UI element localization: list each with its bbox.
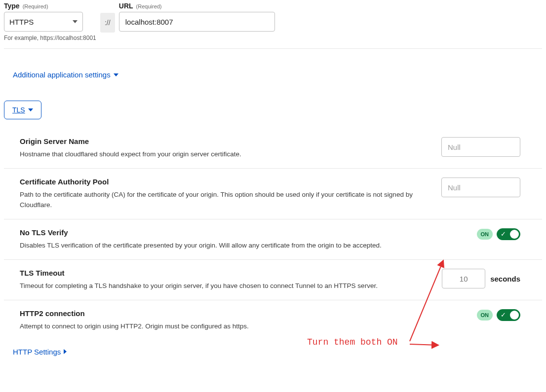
http2-toggle[interactable]: ✓ xyxy=(497,309,520,321)
setting-ca-pool: Certificate Authority Pool Path to the c… xyxy=(4,169,542,219)
setting-http2-connection: HTTP2 connection Attempt to connect to o… xyxy=(4,300,542,340)
toggle-knob xyxy=(510,230,519,239)
caret-down-icon xyxy=(28,108,33,111)
additional-settings-link[interactable]: Additional application settings xyxy=(13,71,118,79)
on-badge: ON xyxy=(477,310,493,321)
tls-dropdown-button[interactable]: TLS xyxy=(4,101,41,119)
timeout-unit: seconds xyxy=(490,275,520,283)
check-icon: ✓ xyxy=(501,231,506,237)
additional-settings-row: Additional application settings xyxy=(4,71,542,79)
additional-settings-label: Additional application settings xyxy=(13,71,111,79)
url-field-group: URL (Required) xyxy=(119,2,275,32)
type-label: Type xyxy=(4,2,20,10)
setting-desc: Disables TLS verification of the certifi… xyxy=(20,241,465,250)
tls-settings-list: Origin Server Name Hostname that cloudfl… xyxy=(4,128,542,341)
toggle-knob xyxy=(510,311,519,320)
ca-pool-input[interactable] xyxy=(441,178,520,197)
tls-label: TLS xyxy=(12,106,25,114)
setting-title: HTTP2 connection xyxy=(20,309,465,318)
type-required: (Required) xyxy=(23,3,48,9)
setting-desc: Path to the certificate authority (CA) f… xyxy=(20,190,429,210)
setting-desc: Timeout for completing a TLS handshake t… xyxy=(20,281,430,291)
no-tls-verify-switch-group: ON ✓ xyxy=(477,228,521,240)
setting-desc: Attempt to connect to origin using HTTP2… xyxy=(20,321,465,331)
caret-right-icon xyxy=(64,349,67,354)
http-settings-row: HTTP Settings xyxy=(4,348,542,356)
url-required: (Required) xyxy=(136,3,162,9)
check-icon: ✓ xyxy=(501,312,506,318)
type-select[interactable]: HTTPS xyxy=(4,12,83,32)
no-tls-verify-toggle[interactable]: ✓ xyxy=(497,228,520,240)
annotation-arrow xyxy=(410,344,438,345)
http-settings-link[interactable]: HTTP Settings xyxy=(13,348,67,356)
setting-title: Origin Server Name xyxy=(20,137,429,145)
http-settings-label: HTTP Settings xyxy=(13,348,61,356)
caret-down-icon xyxy=(114,73,118,76)
protocol-separator: :// xyxy=(100,13,115,33)
type-field-group: Type (Required) HTTPS For example, https… xyxy=(4,2,96,41)
setting-tls-timeout: TLS Timeout Timeout for completing a TLS… xyxy=(4,260,542,300)
tls-timeout-input[interactable] xyxy=(442,269,485,288)
type-select-value: HTTPS xyxy=(9,18,34,26)
example-text: For example, https://localhost:8001 xyxy=(4,35,96,41)
setting-no-tls-verify: No TLS Verify Disables TLS verification … xyxy=(4,219,542,260)
url-input[interactable] xyxy=(119,12,275,32)
divider xyxy=(4,48,542,49)
origin-server-name-input[interactable] xyxy=(441,137,520,157)
caret-down-icon xyxy=(73,20,78,23)
url-label: URL xyxy=(119,2,133,10)
type-url-row: Type (Required) HTTPS For example, https… xyxy=(4,0,542,41)
on-badge: ON xyxy=(477,229,493,240)
setting-title: TLS Timeout xyxy=(20,269,430,277)
setting-title: No TLS Verify xyxy=(20,228,465,237)
http2-switch-group: ON ✓ xyxy=(477,309,521,321)
setting-origin-server-name: Origin Server Name Hostname that cloudfl… xyxy=(4,128,542,169)
setting-title: Certificate Authority Pool xyxy=(20,178,429,186)
setting-desc: Hostname that cloudflared should expect … xyxy=(20,149,429,159)
